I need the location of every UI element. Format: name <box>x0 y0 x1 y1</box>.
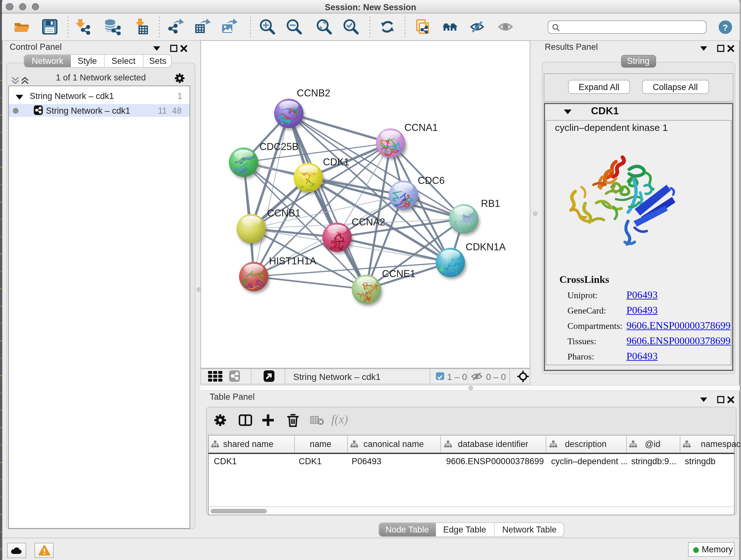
svg-text:CDK1: CDK1 <box>323 157 349 168</box>
svg-text:CCNB2: CCNB2 <box>297 87 330 99</box>
svg-text:CCNE1: CCNE1 <box>382 268 415 279</box>
svg-text:CCNA2: CCNA2 <box>352 216 385 228</box>
svg-text:CCNB1: CCNB1 <box>267 207 300 219</box>
svg-text:HIST1H1A: HIST1H1A <box>269 255 316 266</box>
svg-text:CDC25B: CDC25B <box>259 141 298 152</box>
svg-text:CCNA1: CCNA1 <box>404 122 438 133</box>
svg-text:CDKN1A: CDKN1A <box>466 241 506 253</box>
svg-text:RB1: RB1 <box>481 198 500 209</box>
svg-text:CDC6: CDC6 <box>418 175 445 186</box>
